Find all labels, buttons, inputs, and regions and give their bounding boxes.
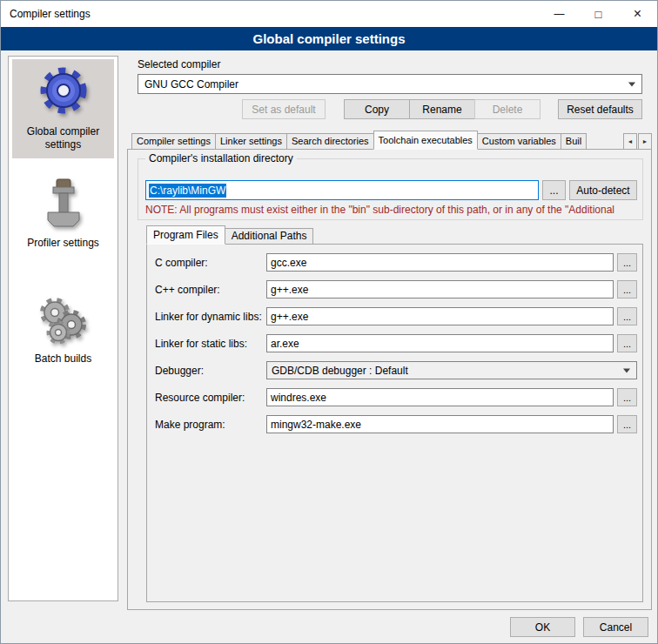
sidebar-item-label: Profiler settings: [27, 237, 99, 250]
dynamic-linker-input[interactable]: g++.exe: [266, 307, 614, 325]
ok-button[interactable]: OK: [510, 617, 575, 637]
compiler-select-value: GNU GCC Compiler: [144, 78, 238, 91]
sidebar-item-label: Batch builds: [35, 352, 91, 366]
scroll-right-icon: ►: [642, 138, 648, 144]
delete-button[interactable]: Delete: [474, 99, 540, 119]
form-row-cpp-compiler: C++ compiler: g++.exe ...: [147, 280, 642, 299]
bin-subdirectory-note: NOTE: All programs must exist either in …: [145, 204, 639, 216]
scroll-left-icon: ◄: [628, 138, 634, 144]
tab-compiler-settings[interactable]: Compiler settings: [131, 133, 216, 150]
sidebar-item-profiler-settings[interactable]: Profiler settings: [12, 171, 114, 257]
tab-custom-variables[interactable]: Custom variables: [477, 133, 561, 150]
debugger-select-value: GDB/CDB debugger : Default: [272, 365, 408, 377]
minimize-icon: —: [554, 8, 565, 20]
tab-search-directories[interactable]: Search directories: [286, 133, 374, 150]
sidebar-item-global-compiler-settings[interactable]: Global compiler settings: [12, 59, 114, 158]
c-compiler-browse-button[interactable]: ...: [617, 253, 637, 272]
toolchain-panel: Compiler's installation directory C:\ray…: [127, 149, 652, 610]
close-button[interactable]: ×: [618, 1, 657, 27]
sidebar-item-batch-builds[interactable]: Batch builds: [12, 286, 114, 372]
make-program-browse-button[interactable]: ...: [617, 415, 637, 433]
form-row-debugger: Debugger: GDB/CDB debugger : Default: [147, 361, 642, 379]
tab-scroll-right-button[interactable]: ►: [638, 133, 652, 150]
dynamic-linker-value: g++.exe: [271, 311, 308, 323]
cpp-compiler-browse-button[interactable]: ...: [617, 280, 637, 299]
compiler-select[interactable]: GNU GCC Compiler: [138, 74, 642, 94]
copy-button[interactable]: Copy: [344, 99, 410, 119]
make-program-value: mingw32-make.exe: [271, 419, 361, 431]
auto-detect-button[interactable]: Auto-detect: [569, 180, 637, 200]
cpp-compiler-input[interactable]: g++.exe: [266, 280, 614, 299]
sidebar: Global compiler settings Profiler settin…: [8, 56, 118, 601]
installation-directory-groupbox: Compiler's installation directory C:\ray…: [138, 158, 643, 220]
rename-button[interactable]: Rename: [409, 99, 475, 119]
tab-build-options[interactable]: Buil: [561, 133, 587, 150]
make-program-input[interactable]: mingw32-make.exe: [266, 415, 614, 433]
dialog-header: Global compiler settings: [1, 27, 657, 50]
program-files-panel: C compiler: gcc.exe ... C++ compiler: g+…: [146, 244, 643, 602]
program-files-tabstrip: Program Files Additional Paths: [146, 225, 312, 245]
tab-toolchain-executables[interactable]: Toolchain executables: [373, 131, 478, 150]
tab-program-files[interactable]: Program Files: [146, 225, 225, 245]
installation-directory-value: C:\raylib\MinGW: [149, 184, 226, 198]
tab-scroll-left-button[interactable]: ◄: [623, 133, 637, 150]
resource-compiler-value: windres.exe: [271, 392, 326, 404]
make-program-label: Make program:: [155, 419, 225, 431]
cpp-compiler-label: C++ compiler:: [155, 284, 220, 296]
selected-compiler-label: Selected compiler: [138, 58, 220, 70]
profiler-tool-icon: [36, 176, 91, 231]
titlebar: Compiler settings — □ ×: [1, 1, 657, 27]
resource-compiler-input[interactable]: windres.exe: [266, 388, 614, 406]
tab-linker-settings[interactable]: Linker settings: [215, 133, 287, 150]
form-row-make-program: Make program: mingw32-make.exe ...: [147, 415, 642, 433]
page-title: Global compiler settings: [252, 31, 405, 46]
main-tabstrip: Compiler settings Linker settings Search…: [131, 131, 652, 150]
window-controls: — □ ×: [540, 1, 657, 27]
static-linker-browse-button[interactable]: ...: [617, 334, 637, 352]
form-row-resource-compiler: Resource compiler: windres.exe ...: [147, 388, 642, 406]
reset-defaults-button[interactable]: Reset defaults: [558, 99, 642, 119]
tab-additional-paths[interactable]: Additional Paths: [225, 228, 314, 245]
c-compiler-value: gcc.exe: [271, 257, 306, 269]
maximize-button[interactable]: □: [579, 1, 618, 27]
static-linker-value: ar.exe: [271, 338, 299, 350]
resource-compiler-browse-button[interactable]: ...: [617, 388, 637, 406]
static-linker-input[interactable]: ar.exe: [266, 334, 614, 352]
blue-gear-icon: [36, 64, 91, 120]
c-compiler-input[interactable]: gcc.exe: [266, 253, 614, 272]
form-row-static-linker: Linker for static libs: ar.exe ...: [147, 334, 642, 352]
tabs-scroll-view: Compiler settings Linker settings Search…: [131, 131, 622, 150]
cancel-button[interactable]: Cancel: [583, 617, 648, 637]
cpp-compiler-value: g++.exe: [271, 284, 308, 296]
dropdown-arrow-icon: [623, 368, 630, 372]
debugger-label: Debugger:: [155, 365, 204, 377]
installation-directory-browse-button[interactable]: ...: [542, 180, 566, 200]
maximize-icon: □: [595, 8, 602, 21]
resource-compiler-label: Resource compiler:: [155, 392, 245, 404]
installation-directory-input[interactable]: C:\raylib\MinGW: [145, 180, 539, 200]
dynamic-linker-browse-button[interactable]: ...: [617, 307, 637, 325]
minimize-button[interactable]: —: [540, 1, 579, 27]
gray-gears-icon: [36, 292, 91, 347]
c-compiler-label: C compiler:: [155, 257, 208, 269]
close-icon: ×: [634, 6, 641, 22]
dynamic-linker-label: Linker for dynamic libs:: [155, 311, 262, 323]
debugger-select[interactable]: GDB/CDB debugger : Default: [266, 361, 637, 379]
compiler-settings-dialog: Compiler settings — □ × Global compiler …: [0, 0, 658, 644]
sidebar-item-label: Global compiler settings: [14, 125, 112, 151]
set-as-default-button[interactable]: Set as default: [242, 99, 326, 119]
installation-directory-label: Compiler's installation directory: [145, 152, 297, 164]
form-row-dynamic-linker: Linker for dynamic libs: g++.exe ...: [147, 307, 642, 325]
window-title: Compiler settings: [10, 8, 91, 20]
form-row-c-compiler: C compiler: gcc.exe ...: [147, 253, 642, 272]
dropdown-arrow-icon: [628, 82, 635, 86]
static-linker-label: Linker for static libs:: [155, 338, 247, 350]
